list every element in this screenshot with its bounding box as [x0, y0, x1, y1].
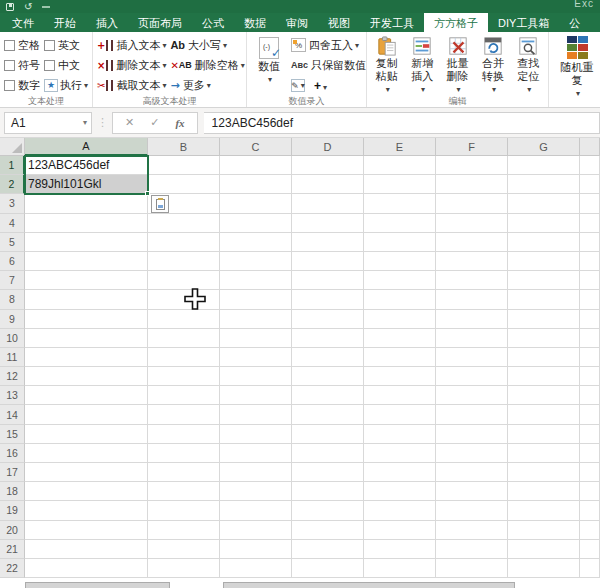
cell-A1[interactable]: 123ABC456def	[25, 156, 148, 175]
cell-F19[interactable]	[436, 501, 508, 520]
cell-A5[interactable]	[25, 233, 148, 252]
row-header-11[interactable]: 11	[0, 348, 25, 367]
cell-partial[interactable]	[580, 463, 600, 482]
cell-D9[interactable]	[292, 310, 364, 329]
checkbox-digits[interactable]: 数字	[4, 76, 40, 96]
cell-E15[interactable]	[364, 425, 436, 444]
cell-G22[interactable]	[508, 559, 580, 578]
ribbon-tab-开发工具[interactable]: 开发工具	[360, 13, 424, 32]
cell-C15[interactable]	[220, 425, 292, 444]
cell-E5[interactable]	[364, 233, 436, 252]
checkbox-chinese[interactable]: 中文	[44, 55, 88, 75]
cell-B9[interactable]	[148, 310, 220, 329]
cell-B7[interactable]	[148, 271, 220, 290]
cell-G6[interactable]	[508, 252, 580, 271]
cell-C5[interactable]	[220, 233, 292, 252]
cell-G14[interactable]	[508, 405, 580, 424]
cell-G17[interactable]	[508, 463, 580, 482]
undo-icon[interactable]: ↺	[24, 3, 32, 11]
cell-F4[interactable]	[436, 214, 508, 233]
cell-D16[interactable]	[292, 444, 364, 463]
cell-G5[interactable]	[508, 233, 580, 252]
insert-function-icon[interactable]: fx	[175, 117, 184, 129]
ribbon-tab-文件[interactable]: 文件	[2, 13, 44, 32]
cell-F12[interactable]	[436, 367, 508, 386]
column-header-D[interactable]: D	[292, 138, 364, 156]
cell-A7[interactable]	[25, 271, 148, 290]
case-button[interactable]: Ab大小写	[170, 35, 244, 55]
cell-D7[interactable]	[292, 271, 364, 290]
cell-A8[interactable]	[25, 290, 148, 309]
row-header-7[interactable]: 7	[0, 271, 25, 290]
column-header-E[interactable]: E	[364, 138, 436, 156]
checkbox-spaces[interactable]: 空格	[4, 35, 40, 55]
cell-C12[interactable]	[220, 367, 292, 386]
ribbon-tab-页面布局[interactable]: 页面布局	[128, 13, 192, 32]
checkbox-english[interactable]: 英文	[44, 35, 88, 55]
cell-partial[interactable]	[580, 329, 600, 348]
cell-B19[interactable]	[148, 501, 220, 520]
cell-B12[interactable]	[148, 367, 220, 386]
checkbox-icon[interactable]	[4, 60, 15, 71]
checkbox-icon[interactable]	[44, 40, 55, 51]
row-header-17[interactable]: 17	[0, 463, 25, 482]
ribbon-tab-数据[interactable]: 数据	[234, 13, 276, 32]
execute-button[interactable]: ★执行	[44, 76, 88, 96]
cell-G18[interactable]	[508, 482, 580, 501]
cell-B5[interactable]	[148, 233, 220, 252]
cell-C2[interactable]	[220, 175, 292, 194]
column-header-A[interactable]: A	[25, 138, 148, 156]
cell-E22[interactable]	[364, 559, 436, 578]
cell-A9[interactable]	[25, 310, 148, 329]
cell-B17[interactable]	[148, 463, 220, 482]
cell-C18[interactable]	[220, 482, 292, 501]
cell-D18[interactable]	[292, 482, 364, 501]
cell-G13[interactable]	[508, 386, 580, 405]
cell-B15[interactable]	[148, 425, 220, 444]
cell-G9[interactable]	[508, 310, 580, 329]
insert-text-button[interactable]: +插入文本	[97, 35, 166, 55]
cell-partial[interactable]	[580, 156, 600, 175]
cell-G7[interactable]	[508, 271, 580, 290]
row-header-8[interactable]: 8	[0, 290, 25, 309]
cell-G10[interactable]	[508, 329, 580, 348]
cell-D17[interactable]	[292, 463, 364, 482]
cell-A22[interactable]	[25, 559, 148, 578]
cell-B21[interactable]	[148, 540, 220, 559]
cell-A18[interactable]	[25, 482, 148, 501]
cell-D8[interactable]	[292, 290, 364, 309]
cell-E20[interactable]	[364, 521, 436, 540]
cell-G19[interactable]	[508, 501, 580, 520]
cell-F10[interactable]	[436, 329, 508, 348]
checkbox-symbols[interactable]: 符号	[4, 55, 40, 75]
name-box[interactable]: A1 ▾	[4, 112, 92, 134]
cell-A6[interactable]	[25, 252, 148, 271]
cell-B1[interactable]	[148, 156, 220, 175]
cell-C7[interactable]	[220, 271, 292, 290]
cell-D22[interactable]	[292, 559, 364, 578]
ribbon-tab-视图[interactable]: 视图	[318, 13, 360, 32]
ribbon-tab-DIY工具箱[interactable]: DIY工具箱	[488, 13, 559, 32]
cell-E4[interactable]	[364, 214, 436, 233]
cell-partial[interactable]	[580, 175, 600, 194]
cell-C6[interactable]	[220, 252, 292, 271]
cell-E1[interactable]	[364, 156, 436, 175]
cell-E10[interactable]	[364, 329, 436, 348]
cell-C4[interactable]	[220, 214, 292, 233]
cancel-icon[interactable]: ✕	[125, 116, 134, 129]
paste-options-button[interactable]	[151, 195, 169, 213]
plus-button[interactable]: +	[314, 79, 327, 93]
cell-D4[interactable]	[292, 214, 364, 233]
cell-B11[interactable]	[148, 348, 220, 367]
row-header-20[interactable]: 20	[0, 521, 25, 540]
row-header-2[interactable]: 2	[0, 175, 25, 194]
cell-A11[interactable]	[25, 348, 148, 367]
cell-F9[interactable]	[436, 310, 508, 329]
cell-F18[interactable]	[436, 482, 508, 501]
cell-E21[interactable]	[364, 540, 436, 559]
formula-input[interactable]: 123ABC456def	[204, 112, 600, 134]
cell-D12[interactable]	[292, 367, 364, 386]
cell-C21[interactable]	[220, 540, 292, 559]
cell-A21[interactable]	[25, 540, 148, 559]
row-header-16[interactable]: 16	[0, 444, 25, 463]
